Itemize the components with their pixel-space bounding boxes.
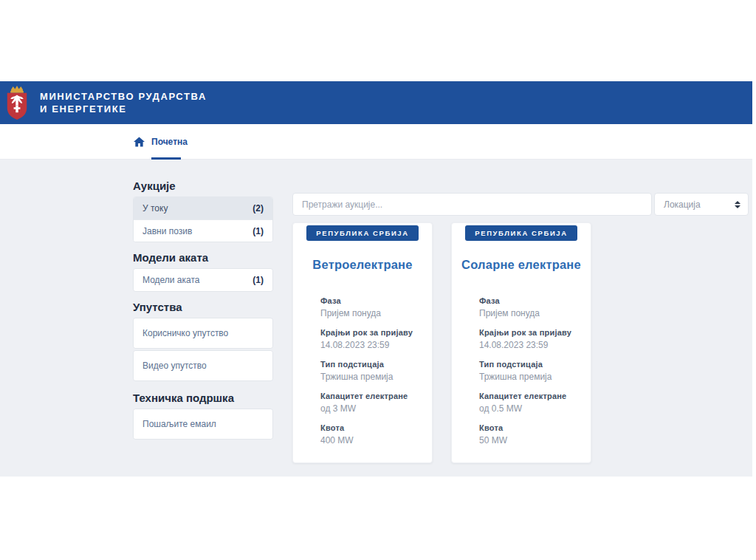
spacer (133, 383, 273, 392)
ministry-title-line1: МИНИСТАРСТВО РУДАРСТВА (40, 90, 207, 103)
sidebar-section-title-support: Техничка подршка (133, 392, 273, 404)
sidebar-item-public-call[interactable]: Јавни позив (1) (134, 219, 272, 242)
field-label: Квота (479, 423, 591, 432)
sidebar-item-label: Модели аката (142, 275, 200, 285)
sidebar-item-count: (1) (252, 226, 264, 236)
home-icon (134, 137, 145, 147)
field-value: 14.08.2023 23:59 (320, 340, 432, 350)
nav-item-home[interactable]: Почетна (134, 124, 188, 159)
nav-active-underline (151, 157, 181, 160)
sidebar-item-count: (2) (252, 203, 264, 214)
ministry-title-line2: И ЕНЕРГЕТИКЕ (40, 103, 207, 115)
sidebar-item-label: Корисничко упутство (142, 328, 228, 338)
sidebar-section-title-instructions: Упутства (133, 301, 273, 313)
field-label: Фаза (320, 296, 432, 305)
sidebar-item-label: Пошаљите емаил (142, 419, 216, 429)
sidebar-group-act-models: Модели аката (1) (133, 268, 273, 292)
ministry-header: МИНИСТАРСТВО РУДАРСТВА И ЕНЕРГЕТИКЕ (0, 81, 752, 124)
sidebar-item-user-manual[interactable]: Корисничко упутство (134, 318, 272, 348)
field-value: 14.08.2023 23:59 (479, 340, 591, 350)
sidebar-item-label: Јавни позив (142, 226, 192, 236)
field-deadline: Крајњи рок за пријаву 14.08.2023 23:59 (320, 328, 432, 350)
field-label: Капацитет електране (320, 392, 432, 400)
field-label: Квота (320, 423, 432, 432)
field-value: 50 MW (479, 435, 591, 445)
sidebar-section-title-auctions: Аукције (133, 180, 273, 192)
search-input[interactable] (292, 193, 652, 216)
sidebar-item-send-email[interactable]: Пошаљите емаил (134, 409, 272, 439)
republic-badge: РЕПУБЛИКА СРБИЈА (465, 225, 577, 241)
sort-arrows-icon (735, 201, 740, 208)
republic-badge: РЕПУБЛИКА СРБИЈА (306, 225, 418, 241)
field-value: 400 MW (320, 435, 432, 445)
field-phase: Фаза Пријем понуда (320, 296, 432, 318)
serbia-coat-of-arms-icon (6, 85, 28, 120)
field-label: Тип подстицаја (479, 360, 591, 369)
location-select-value: Локација (664, 199, 701, 210)
card-title: Соларне електране (452, 258, 591, 272)
field-value: Тржишна премија (320, 372, 432, 382)
location-select[interactable]: Локација (654, 193, 749, 216)
nav-home-label: Почетна (151, 137, 188, 147)
field-value: Пријем понуда (320, 308, 432, 318)
main-column: Локација РЕПУБЛИКА СРБИЈА Ветроелектране… (292, 180, 749, 477)
sidebar-item-video-manual[interactable]: Видео упутство (134, 351, 272, 380)
sidebar-item-label: Видео упутство (142, 361, 207, 371)
auction-card-solar[interactable]: РЕПУБЛИКА СРБИЈА Соларне електране Фаза … (451, 222, 591, 463)
field-value: од 0.5 MW (479, 403, 591, 414)
sidebar-item-act-models[interactable]: Модели аката (1) (134, 269, 272, 291)
card-fields: Фаза Пријем понуда Крајњи рок за пријаву… (320, 296, 432, 445)
content-area: Аукције У току (2) Јавни позив (1) Модел… (0, 160, 752, 477)
field-label: Крајњи рок за пријаву (479, 328, 591, 337)
sidebar-group-video-manual: Видео упутство (133, 350, 273, 381)
main-nav: Почетна (0, 124, 752, 160)
field-value: Пријем понуда (479, 308, 591, 318)
field-deadline: Крајњи рок за пријаву 14.08.2023 23:59 (479, 328, 591, 350)
field-incentive-type: Тип подстицаја Тржишна премија (320, 360, 432, 382)
sidebar-group-auctions: У току (2) Јавни позив (1) (133, 197, 273, 242)
filters-row: Локација (292, 193, 749, 216)
sidebar: Аукције У току (2) Јавни позив (1) Модел… (133, 180, 273, 477)
field-label: Тип подстицаја (320, 360, 432, 369)
page: МИНИСТАРСТВО РУДАРСТВА И ЕНЕРГЕТИКЕ Поче… (0, 81, 752, 477)
field-capacity: Капацитет електране од 3 MW (320, 392, 432, 414)
field-value: Тржишна премија (479, 372, 591, 382)
sidebar-group-user-manual: Корисничко упутство (133, 318, 273, 349)
field-label: Крајњи рок за пријаву (320, 328, 432, 337)
field-label: Капацитет електране (479, 392, 591, 400)
ministry-title: МИНИСТАРСТВО РУДАРСТВА И ЕНЕРГЕТИКЕ (40, 90, 207, 115)
auction-cards: РЕПУБЛИКА СРБИЈА Ветроелектране Фаза При… (292, 222, 749, 463)
sidebar-group-support: Пошаљите емаил (133, 409, 273, 440)
sidebar-item-count: (1) (252, 275, 264, 285)
field-label: Фаза (479, 296, 591, 305)
card-title: Ветроелектране (293, 258, 432, 272)
sidebar-section-title-act-models: Модели аката (133, 251, 273, 264)
sidebar-item-label: У току (142, 203, 168, 214)
field-phase: Фаза Пријем понуда (479, 296, 591, 318)
card-fields: Фаза Пријем понуда Крајњи рок за пријаву… (479, 296, 591, 445)
field-incentive-type: Тип подстицаја Тржишна премија (479, 360, 591, 382)
field-capacity: Капацитет електране од 0.5 MW (479, 392, 591, 414)
sidebar-item-in-progress[interactable]: У току (2) (134, 197, 272, 219)
auction-card-wind[interactable]: РЕПУБЛИКА СРБИЈА Ветроелектране Фаза При… (292, 222, 433, 463)
field-quota: Квота 50 MW (479, 423, 591, 445)
field-value: од 3 MW (320, 403, 432, 414)
field-quota: Квота 400 MW (320, 423, 432, 445)
